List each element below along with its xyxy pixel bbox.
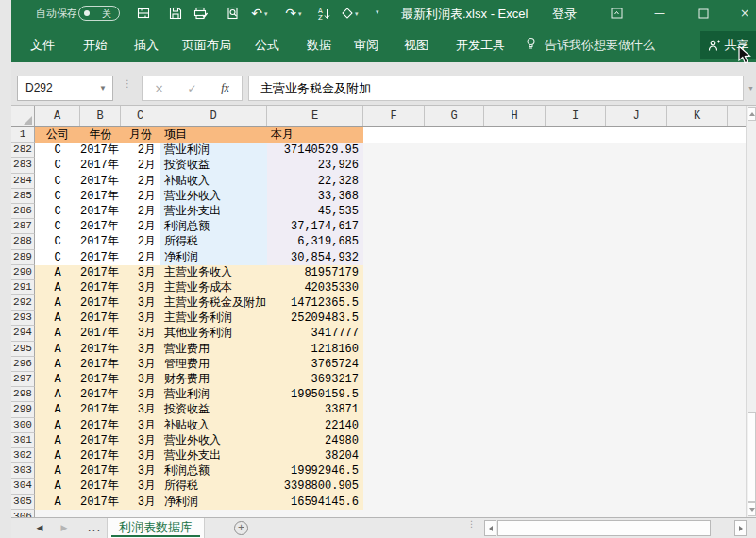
cell-E303[interactable]: 19992946.5 [267,463,363,479]
redo-icon[interactable]: ↷ [282,5,299,22]
cell-K283[interactable] [667,158,728,173]
cell-D305[interactable]: 净利润 [160,495,267,510]
cell-K303[interactable] [667,463,728,479]
cell-I300[interactable] [546,418,606,433]
print-preview-icon[interactable] [225,5,242,22]
cell-B303[interactable]: 2017年 [80,463,121,479]
cell-I284[interactable] [546,174,606,189]
cell-D1[interactable]: 项目 [160,127,267,143]
cell-J302[interactable] [606,448,667,463]
cell-A291[interactable]: A [35,280,80,295]
cell-H298[interactable] [484,387,546,402]
cell-I306[interactable] [546,510,606,517]
cell-A288[interactable]: C [35,234,80,249]
cell-I287[interactable] [546,219,606,234]
cell-L293[interactable] [728,311,746,326]
cell-C305[interactable]: 3月 [121,495,160,510]
form-icon[interactable] [135,5,152,22]
cell-L296[interactable] [728,357,746,372]
cell-K293[interactable] [667,311,728,326]
cell-J306[interactable] [606,510,667,517]
scroll-right-button[interactable] [734,520,747,536]
name-box-dropdown-icon[interactable]: ▼ [99,76,107,100]
row-header-293[interactable]: 293 [11,311,35,326]
prev-sheet-button[interactable]: ◀ [33,518,46,538]
row-header-296[interactable]: 296 [11,357,35,372]
cell-F293[interactable] [363,311,425,326]
cell-D295[interactable]: 营业费用 [160,342,267,357]
cell-D291[interactable]: 主营业务成本 [160,280,267,295]
cell-B289[interactable]: 2017年 [80,250,121,265]
cell-L284[interactable] [728,174,746,189]
cell-F306[interactable] [363,510,425,517]
cell-L289[interactable] [728,250,746,265]
cell-J300[interactable] [606,418,667,433]
ribbon-tab-view[interactable]: 视图 [404,37,428,54]
cell-H303[interactable] [484,463,546,479]
cell-H297[interactable] [484,372,546,387]
cell-L298[interactable] [728,387,746,402]
column-header-K[interactable]: K [667,106,728,126]
cell-E302[interactable]: 38204 [267,448,363,463]
cell-I302[interactable] [546,448,606,463]
cell-F284[interactable] [363,174,425,189]
cell-L283[interactable] [728,158,746,173]
tab-scroll-splitter[interactable]: ⋮ [467,522,471,526]
ribbon-tab-data[interactable]: 数据 [307,37,331,54]
formula-bar-splitter[interactable]: ⋮ [123,81,126,98]
cell-J283[interactable] [606,158,667,173]
cell-L301[interactable] [728,433,746,448]
cell-C303[interactable]: 3月 [121,463,160,479]
quick-print-icon[interactable] [192,5,209,22]
row-header-285[interactable]: 285 [11,189,35,204]
vertical-scrollbar[interactable] [746,106,756,517]
cell-C296[interactable]: 3月 [121,357,160,372]
row-header-282[interactable]: 282 [11,143,35,158]
cell-F294[interactable] [363,326,425,341]
cell-B296[interactable]: 2017年 [80,357,121,372]
cell-F289[interactable] [363,250,425,265]
cell-A306[interactable] [35,510,80,517]
cell-B1[interactable]: 年份 [80,127,121,143]
cell-A304[interactable]: A [35,479,80,494]
cell-C299[interactable]: 3月 [121,402,160,417]
cell-E306[interactable] [267,510,363,517]
cell-K286[interactable] [667,204,728,219]
column-header-B[interactable]: B [80,106,121,126]
column-header-C[interactable]: C [121,106,160,126]
cell-J303[interactable] [606,463,667,479]
cell-L285[interactable] [728,189,746,204]
customize-qat-icon[interactable]: ▾ [376,8,379,16]
ribbon-display-options-icon[interactable] [602,0,630,26]
cell-C293[interactable]: 3月 [121,311,160,326]
cell-F282[interactable] [363,143,425,158]
cell-C294[interactable]: 3月 [121,326,160,341]
cell-L290[interactable] [728,265,746,280]
cell-J282[interactable] [606,143,667,158]
cell-F305[interactable] [363,495,425,510]
cell-K301[interactable] [667,433,728,448]
row-header-294[interactable]: 294 [11,326,35,341]
cell-J1[interactable] [606,127,667,143]
cell-F302[interactable] [363,448,425,463]
cell-J301[interactable] [606,433,667,448]
column-header-G[interactable]: G [425,106,484,126]
cell-H282[interactable] [484,143,546,158]
cell-E296[interactable]: 3765724 [267,357,363,372]
cell-K295[interactable] [667,342,728,357]
name-box[interactable]: D292 ▼ [17,76,113,101]
cell-J299[interactable] [606,402,667,417]
cell-D285[interactable]: 营业外收入 [160,189,267,204]
cell-I293[interactable] [546,311,606,326]
cell-D306[interactable] [160,510,267,517]
row-header-290[interactable]: 290 [11,265,35,280]
cell-H285[interactable] [484,189,546,204]
cell-B287[interactable]: 2017年 [80,219,121,234]
cell-E293[interactable]: 25209483.5 [267,311,363,326]
cell-C286[interactable]: 2月 [121,204,160,219]
row-header-1[interactable]: 1 [11,127,35,143]
cell-F287[interactable] [363,219,425,234]
cell-H300[interactable] [484,418,546,433]
cell-G289[interactable] [425,250,484,265]
cell-A305[interactable]: A [35,495,80,510]
